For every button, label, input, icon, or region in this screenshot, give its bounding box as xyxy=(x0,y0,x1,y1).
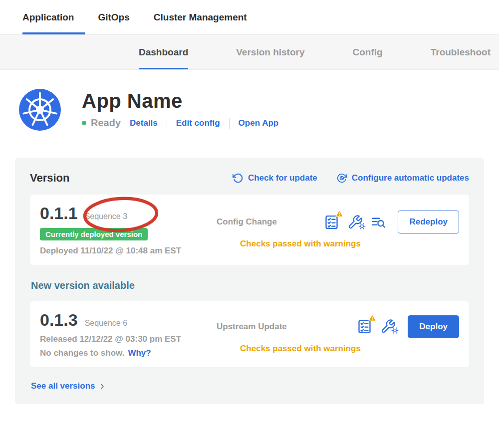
edit-config-link[interactable]: Edit config xyxy=(176,118,220,128)
current-version-icons xyxy=(323,214,386,230)
top-nav-item-application[interactable]: Application xyxy=(22,0,74,34)
gear-icon xyxy=(391,327,399,336)
status-label: Ready xyxy=(91,117,121,129)
see-all-versions-label: See all versions xyxy=(31,381,95,391)
sub-nav-item-config[interactable]: Config xyxy=(353,35,383,69)
current-version-actions-row: Config Change xyxy=(217,211,459,233)
new-sequence-label: Sequence 6 xyxy=(85,319,127,328)
top-nav: Application GitOps Cluster Management xyxy=(0,0,499,35)
preflight-checklist-icon[interactable] xyxy=(323,214,340,230)
check-for-update-link[interactable]: Check for update xyxy=(233,173,317,184)
current-version-info: 0.1.1 Sequence 3 Currently deployed vers… xyxy=(40,204,214,256)
current-version-actions: Config Change xyxy=(214,204,459,256)
top-nav-item-cluster-management[interactable]: Cluster Management xyxy=(154,0,247,34)
divider xyxy=(167,118,167,129)
new-version-actions: Upstream Update xyxy=(214,310,459,358)
new-version-heading: New version available xyxy=(31,280,469,291)
checks-status: Checks passed with warnings xyxy=(217,344,384,354)
details-link[interactable]: Details xyxy=(130,118,158,128)
new-version-number: 0.1.3 xyxy=(40,310,78,330)
open-app-link[interactable]: Open App xyxy=(239,118,279,128)
new-version-actions-row: Upstream Update xyxy=(217,315,459,338)
app-header: App Name Ready Details Edit config Open … xyxy=(19,89,499,131)
configure-automatic-updates-label: Configure automatic updates xyxy=(352,173,469,183)
check-for-update-label: Check for update xyxy=(248,173,317,183)
sub-nav: Dashboard Version history Config Trouble… xyxy=(0,35,499,70)
current-version-number: 0.1.1 xyxy=(40,204,78,223)
currently-deployed-badge: Currently deployed version xyxy=(40,228,148,240)
new-version-icons xyxy=(356,318,396,335)
status-dot-icon xyxy=(82,121,86,125)
checks-status: Checks passed with warnings xyxy=(217,239,384,249)
change-source-label: Config Change xyxy=(217,217,323,227)
new-version-info: 0.1.3 Sequence 6 Released 12/12/22 @ 03:… xyxy=(40,310,214,358)
page-title: App Name xyxy=(82,90,278,112)
warning-triangle-icon xyxy=(368,314,376,323)
sub-nav-item-dashboard[interactable]: Dashboard xyxy=(139,35,188,69)
sub-nav-item-troubleshoot[interactable]: Troubleshoot xyxy=(431,35,491,69)
no-changes-text: No changes to show. xyxy=(40,348,124,358)
new-version-row: 0.1.3 Sequence 6 xyxy=(40,310,127,330)
version-actions: Check for update Configure automatic upd… xyxy=(233,173,469,184)
auto-update-clock-icon xyxy=(336,173,347,184)
wrench-gear-icon[interactable] xyxy=(380,319,396,334)
version-section-header: Version Check for update xyxy=(30,172,469,185)
deployed-timestamp: Deployed 11/10/22 @ 10:48 am EST xyxy=(40,246,181,256)
version-heading: Version xyxy=(30,172,233,185)
deploy-button[interactable]: Deploy xyxy=(408,315,459,338)
warning-triangle-icon xyxy=(335,210,343,219)
app-meta-row: Ready Details Edit config Open App xyxy=(82,117,278,129)
upstream-source-label: Upstream Update xyxy=(217,322,356,332)
app-header-text: App Name Ready Details Edit config Open … xyxy=(82,89,278,131)
top-nav-item-gitops[interactable]: GitOps xyxy=(98,0,129,34)
configure-automatic-updates-link[interactable]: Configure automatic updates xyxy=(336,173,469,184)
version-section: Version Check for update xyxy=(15,158,484,404)
why-link[interactable]: Why? xyxy=(128,348,151,358)
gear-icon xyxy=(358,223,366,232)
no-changes-row: No changes to show. Why? xyxy=(40,348,151,358)
current-version-row: 0.1.1 Sequence 3 xyxy=(40,204,127,223)
divider xyxy=(229,118,230,129)
view-files-search-icon[interactable] xyxy=(370,215,386,230)
new-version-card: 0.1.3 Sequence 6 Released 12/12/22 @ 03:… xyxy=(30,301,469,367)
kubernetes-logo-icon xyxy=(19,89,61,131)
preflight-checklist-icon[interactable] xyxy=(356,318,373,335)
wrench-gear-icon[interactable] xyxy=(347,215,363,230)
current-sequence-label: Sequence 3 xyxy=(85,212,127,221)
sub-nav-item-version-history[interactable]: Version history xyxy=(236,35,304,69)
status-badge: Ready xyxy=(82,117,121,129)
refresh-icon xyxy=(233,173,244,184)
chevron-right-icon xyxy=(98,383,106,390)
see-all-versions-link[interactable]: See all versions xyxy=(31,381,106,391)
redeploy-button[interactable]: Redeploy xyxy=(398,211,459,233)
current-version-card: 0.1.1 Sequence 3 Currently deployed vers… xyxy=(30,195,469,265)
released-timestamp: Released 12/12/22 @ 03:30 pm EST xyxy=(40,334,181,344)
